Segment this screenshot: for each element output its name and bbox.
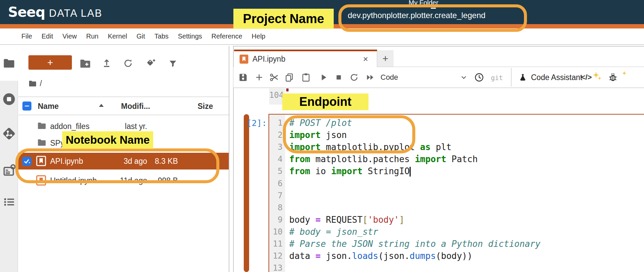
column-header-modified[interactable]: Modifi...	[121, 102, 150, 111]
menu-view[interactable]: View	[58, 32, 82, 40]
run-all-button[interactable]	[364, 72, 376, 83]
line-number: 11	[269, 239, 285, 249]
panel-divider[interactable]	[229, 46, 229, 272]
line-number: 7	[269, 191, 285, 200]
cut-cell-button[interactable]	[269, 72, 280, 83]
line-number: 104	[269, 90, 284, 100]
tag-plus-icon	[145, 58, 156, 69]
sidebar-item-table-of-contents[interactable]	[2, 195, 16, 209]
code-line[interactable]: 4from matplotlib.patches import Patch	[269, 153, 644, 165]
close-icon[interactable]: ×	[363, 54, 368, 64]
filter-button[interactable]	[167, 58, 179, 69]
divider	[18, 96, 229, 97]
divider	[18, 115, 229, 115]
menu-run[interactable]: Run	[82, 32, 103, 40]
code-line[interactable]: 7	[269, 190, 644, 202]
menu-settings[interactable]: Settings	[173, 32, 207, 40]
column-header-name[interactable]: Name	[38, 102, 59, 111]
seeq-logo: Seeq DATA LAB	[8, 4, 102, 20]
stop-button[interactable]	[333, 72, 344, 83]
notebook-name-label: Notebook Name	[62, 131, 153, 149]
paste-cell-button[interactable]	[300, 72, 312, 83]
code-tag-button[interactable]: </>	[581, 73, 592, 82]
chevron-down-icon	[459, 73, 468, 82]
restart-kernel-button[interactable]	[348, 72, 360, 83]
code-line[interactable]: 8	[269, 202, 644, 214]
paste-icon	[301, 72, 311, 82]
active-cell-indicator[interactable]	[244, 114, 249, 272]
line-number: 8	[269, 203, 285, 212]
debug-assistant-button[interactable]	[607, 72, 619, 83]
code-line[interactable]: 6	[269, 177, 644, 189]
menu-tabs[interactable]: Tabs	[150, 32, 173, 40]
sidebar-item-git[interactable]	[2, 126, 16, 141]
code-line[interactable]: 5from io import StringIO	[269, 165, 644, 177]
refresh-button[interactable]	[122, 58, 134, 69]
code-assistant-label[interactable]: Code Assistant	[531, 73, 582, 82]
breadcrumb[interactable]: /	[29, 79, 42, 88]
code-line[interactable]: 13	[269, 262, 644, 272]
line-number: 9	[269, 215, 285, 224]
code-line[interactable]: 10# body = json_str	[269, 226, 644, 238]
add-cell-button[interactable]	[253, 72, 265, 83]
code-assistant-button[interactable]	[517, 72, 528, 83]
code-text: from io import StringIO	[285, 166, 411, 177]
folder-icon	[29, 80, 36, 87]
code-line[interactable]: 9body = REQUEST['body']	[269, 214, 644, 226]
execution-count: [2]:	[231, 118, 267, 128]
save-icon	[238, 72, 248, 82]
clipped-code-fragment	[286, 88, 289, 91]
copy-cell-button[interactable]	[284, 72, 295, 83]
sidebar-item-running-kernels[interactable]	[2, 92, 16, 107]
upload-button[interactable]	[101, 58, 112, 69]
upload-icon	[102, 58, 112, 68]
line-number: 5	[269, 166, 285, 176]
line-number: 12	[269, 251, 285, 261]
new-tag-button[interactable]	[145, 58, 156, 69]
inspector-icon	[2, 163, 16, 178]
code-text: data = json.loads(json.dumps(body))	[285, 251, 472, 261]
indeterminate-icon	[24, 103, 30, 109]
select-all-checkbox[interactable]	[22, 101, 31, 111]
flask-icon	[518, 73, 527, 82]
new-tab-button[interactable]: +	[377, 50, 394, 67]
menu-help[interactable]: Help	[247, 32, 270, 40]
run-icon	[319, 73, 328, 82]
clock-icon	[474, 72, 484, 82]
code-line[interactable]: 11# Parse the JSON string into a Python …	[269, 238, 644, 250]
cell-type-select[interactable]: Code	[381, 73, 398, 82]
menu-edit[interactable]: Edit	[37, 32, 58, 40]
column-header-size[interactable]: Size	[198, 102, 213, 111]
new-launcher-button[interactable]: +	[28, 55, 72, 70]
line-number: 6	[269, 179, 285, 188]
breadcrumb-root[interactable]: /	[40, 79, 42, 88]
filter-icon	[168, 59, 178, 68]
run-cell-button[interactable]	[318, 72, 329, 83]
tab-title: API.ipynb	[252, 55, 285, 64]
line-number: 4	[269, 154, 285, 164]
sort-ascending-icon[interactable]	[99, 104, 104, 107]
tab-api-ipynb[interactable]: API.ipynb ×	[234, 50, 377, 67]
project-name-callout	[338, 4, 527, 32]
seeq-data-lab-window: Seeq DATA LAB My Folder dev.pythonplotte…	[0, 0, 644, 272]
git-status-label[interactable]: git	[491, 74, 503, 82]
menu-git[interactable]: Git	[132, 32, 150, 40]
cell-type-dropdown[interactable]	[458, 72, 469, 83]
copy-icon	[284, 72, 294, 82]
list-icon	[2, 195, 16, 209]
plus-icon	[254, 73, 264, 82]
line-number: 13	[269, 263, 285, 272]
code-line[interactable]: 12data = json.loads(json.dumps(body))	[269, 250, 644, 262]
menu-file[interactable]: File	[17, 32, 37, 40]
menu-kernel[interactable]: Kernel	[103, 32, 132, 40]
code-text: # body = json_str	[285, 227, 378, 237]
menu-reference[interactable]: Reference	[207, 32, 247, 40]
new-folder-button[interactable]	[80, 58, 91, 69]
history-button[interactable]	[473, 72, 485, 83]
sidebar-item-property-inspector[interactable]	[2, 163, 16, 178]
project-name-label: Project Name	[233, 9, 334, 29]
save-button[interactable]	[237, 72, 249, 83]
divider	[233, 46, 644, 47]
divider	[511, 68, 512, 86]
sidebar-item-file-browser[interactable]	[3, 58, 15, 70]
